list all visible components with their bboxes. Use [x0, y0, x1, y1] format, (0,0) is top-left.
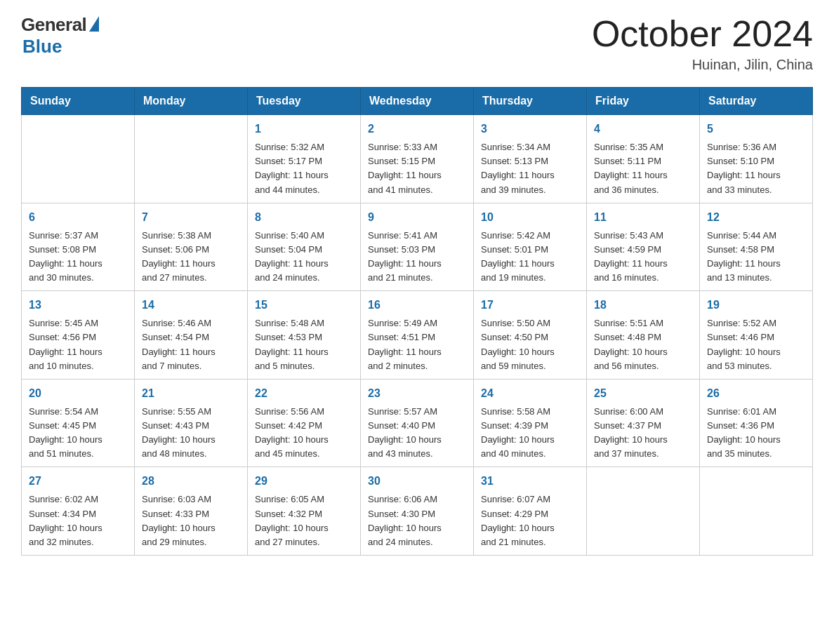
calendar-day-cell: 11Sunrise: 5:43 AM Sunset: 4:59 PM Dayli… — [587, 203, 700, 291]
day-info: Sunrise: 6:00 AM Sunset: 4:37 PM Dayligh… — [594, 405, 692, 462]
day-info: Sunrise: 5:42 AM Sunset: 5:01 PM Dayligh… — [481, 229, 579, 286]
day-number: 12 — [707, 209, 805, 226]
calendar-day-cell: 14Sunrise: 5:46 AM Sunset: 4:54 PM Dayli… — [135, 291, 248, 380]
day-number: 25 — [594, 385, 692, 402]
calendar-day-cell: 15Sunrise: 5:48 AM Sunset: 4:53 PM Dayli… — [248, 291, 361, 380]
logo-blue-text: Blue — [22, 36, 62, 58]
calendar-day-cell: 2Sunrise: 5:33 AM Sunset: 5:15 PM Daylig… — [361, 115, 474, 203]
day-info: Sunrise: 6:03 AM Sunset: 4:33 PM Dayligh… — [142, 492, 240, 549]
calendar-day-cell: 8Sunrise: 5:40 AM Sunset: 5:04 PM Daylig… — [248, 203, 361, 291]
calendar-day-cell: 1Sunrise: 5:32 AM Sunset: 5:17 PM Daylig… — [248, 115, 361, 203]
day-number: 27 — [29, 473, 127, 490]
logo: General Blue — [21, 14, 99, 58]
calendar-day-cell: 20Sunrise: 5:54 AM Sunset: 4:45 PM Dayli… — [22, 379, 135, 467]
title-section: October 2024 Huinan, Jilin, China — [592, 14, 813, 73]
calendar-day-cell: 19Sunrise: 5:52 AM Sunset: 4:46 PM Dayli… — [700, 291, 813, 380]
day-number: 7 — [142, 209, 240, 226]
day-info: Sunrise: 5:38 AM Sunset: 5:06 PM Dayligh… — [142, 229, 240, 286]
day-number: 11 — [594, 209, 692, 226]
day-info: Sunrise: 5:51 AM Sunset: 4:48 PM Dayligh… — [594, 316, 692, 373]
day-info: Sunrise: 5:44 AM Sunset: 4:58 PM Dayligh… — [707, 229, 805, 286]
calendar-day-cell: 16Sunrise: 5:49 AM Sunset: 4:51 PM Dayli… — [361, 291, 474, 380]
day-info: Sunrise: 5:45 AM Sunset: 4:56 PM Dayligh… — [29, 316, 127, 373]
calendar-day-cell: 18Sunrise: 5:51 AM Sunset: 4:48 PM Dayli… — [587, 291, 700, 380]
day-info: Sunrise: 5:50 AM Sunset: 4:50 PM Dayligh… — [481, 316, 579, 373]
calendar-day-cell: 23Sunrise: 5:57 AM Sunset: 4:40 PM Dayli… — [361, 379, 474, 467]
day-number: 29 — [255, 473, 353, 490]
calendar-day-cell: 13Sunrise: 5:45 AM Sunset: 4:56 PM Dayli… — [22, 291, 135, 380]
logo-triangle-icon — [89, 16, 99, 32]
day-number: 23 — [368, 385, 466, 402]
calendar-day-cell: 21Sunrise: 5:55 AM Sunset: 4:43 PM Dayli… — [135, 379, 248, 467]
calendar-day-cell: 26Sunrise: 6:01 AM Sunset: 4:36 PM Dayli… — [700, 379, 813, 467]
day-info: Sunrise: 5:55 AM Sunset: 4:43 PM Dayligh… — [142, 405, 240, 462]
calendar-day-cell: 29Sunrise: 6:05 AM Sunset: 4:32 PM Dayli… — [248, 467, 361, 556]
calendar-week-row: 20Sunrise: 5:54 AM Sunset: 4:45 PM Dayli… — [22, 379, 813, 467]
day-info: Sunrise: 5:41 AM Sunset: 5:03 PM Dayligh… — [368, 229, 466, 286]
day-info: Sunrise: 6:02 AM Sunset: 4:34 PM Dayligh… — [29, 492, 127, 549]
location-title: Huinan, Jilin, China — [592, 57, 813, 73]
day-info: Sunrise: 5:54 AM Sunset: 4:45 PM Dayligh… — [29, 405, 127, 462]
day-info: Sunrise: 6:06 AM Sunset: 4:30 PM Dayligh… — [368, 492, 466, 549]
calendar-day-cell: 7Sunrise: 5:38 AM Sunset: 5:06 PM Daylig… — [135, 203, 248, 291]
day-number: 14 — [142, 297, 240, 314]
calendar-empty-cell — [700, 467, 813, 556]
calendar-day-cell: 27Sunrise: 6:02 AM Sunset: 4:34 PM Dayli… — [22, 467, 135, 556]
day-number: 24 — [481, 385, 579, 402]
day-info: Sunrise: 5:58 AM Sunset: 4:39 PM Dayligh… — [481, 405, 579, 462]
day-info: Sunrise: 5:33 AM Sunset: 5:15 PM Dayligh… — [368, 140, 466, 197]
day-number: 18 — [594, 297, 692, 314]
calendar-day-cell: 25Sunrise: 6:00 AM Sunset: 4:37 PM Dayli… — [587, 379, 700, 467]
weekday-header-saturday: Saturday — [700, 88, 813, 115]
calendar-table: SundayMondayTuesdayWednesdayThursdayFrid… — [21, 87, 813, 556]
weekday-header-sunday: Sunday — [22, 88, 135, 115]
weekday-header-wednesday: Wednesday — [361, 88, 474, 115]
calendar-week-row: 1Sunrise: 5:32 AM Sunset: 5:17 PM Daylig… — [22, 115, 813, 203]
calendar-day-cell: 6Sunrise: 5:37 AM Sunset: 5:08 PM Daylig… — [22, 203, 135, 291]
calendar-empty-cell — [22, 115, 135, 203]
day-info: Sunrise: 5:43 AM Sunset: 4:59 PM Dayligh… — [594, 229, 692, 286]
day-number: 17 — [481, 297, 579, 314]
day-info: Sunrise: 5:57 AM Sunset: 4:40 PM Dayligh… — [368, 405, 466, 462]
calendar-day-cell: 17Sunrise: 5:50 AM Sunset: 4:50 PM Dayli… — [474, 291, 587, 380]
day-number: 16 — [368, 297, 466, 314]
weekday-header-friday: Friday — [587, 88, 700, 115]
day-number: 20 — [29, 385, 127, 402]
calendar-empty-cell — [135, 115, 248, 203]
calendar-day-cell: 22Sunrise: 5:56 AM Sunset: 4:42 PM Dayli… — [248, 379, 361, 467]
day-number: 8 — [255, 209, 353, 226]
day-number: 1 — [255, 121, 353, 137]
calendar-day-cell: 9Sunrise: 5:41 AM Sunset: 5:03 PM Daylig… — [361, 203, 474, 291]
weekday-header-monday: Monday — [135, 88, 248, 115]
day-number: 22 — [255, 385, 353, 402]
calendar-day-cell: 31Sunrise: 6:07 AM Sunset: 4:29 PM Dayli… — [474, 467, 587, 556]
day-number: 3 — [481, 121, 579, 137]
day-info: Sunrise: 5:40 AM Sunset: 5:04 PM Dayligh… — [255, 229, 353, 286]
calendar-day-cell: 28Sunrise: 6:03 AM Sunset: 4:33 PM Dayli… — [135, 467, 248, 556]
day-number: 15 — [255, 297, 353, 314]
day-info: Sunrise: 5:49 AM Sunset: 4:51 PM Dayligh… — [368, 316, 466, 373]
calendar-day-cell: 3Sunrise: 5:34 AM Sunset: 5:13 PM Daylig… — [474, 115, 587, 203]
calendar-week-row: 6Sunrise: 5:37 AM Sunset: 5:08 PM Daylig… — [22, 203, 813, 291]
day-number: 6 — [29, 209, 127, 226]
day-number: 28 — [142, 473, 240, 490]
calendar-day-cell: 10Sunrise: 5:42 AM Sunset: 5:01 PM Dayli… — [474, 203, 587, 291]
day-number: 10 — [481, 209, 579, 226]
day-info: Sunrise: 5:32 AM Sunset: 5:17 PM Dayligh… — [255, 140, 353, 197]
day-info: Sunrise: 5:36 AM Sunset: 5:10 PM Dayligh… — [707, 140, 805, 197]
day-info: Sunrise: 5:48 AM Sunset: 4:53 PM Dayligh… — [255, 316, 353, 373]
day-number: 4 — [594, 121, 692, 137]
calendar-week-row: 13Sunrise: 5:45 AM Sunset: 4:56 PM Dayli… — [22, 291, 813, 380]
calendar-week-row: 27Sunrise: 6:02 AM Sunset: 4:34 PM Dayli… — [22, 467, 813, 556]
day-info: Sunrise: 6:01 AM Sunset: 4:36 PM Dayligh… — [707, 405, 805, 462]
calendar-header-row: SundayMondayTuesdayWednesdayThursdayFrid… — [22, 88, 813, 115]
month-title: October 2024 — [592, 14, 813, 54]
day-number: 9 — [368, 209, 466, 226]
weekday-header-thursday: Thursday — [474, 88, 587, 115]
logo-general-text: General — [21, 14, 86, 36]
day-info: Sunrise: 6:05 AM Sunset: 4:32 PM Dayligh… — [255, 492, 353, 549]
day-info: Sunrise: 5:34 AM Sunset: 5:13 PM Dayligh… — [481, 140, 579, 197]
day-number: 5 — [707, 121, 805, 137]
day-info: Sunrise: 5:56 AM Sunset: 4:42 PM Dayligh… — [255, 405, 353, 462]
day-info: Sunrise: 5:37 AM Sunset: 5:08 PM Dayligh… — [29, 229, 127, 286]
